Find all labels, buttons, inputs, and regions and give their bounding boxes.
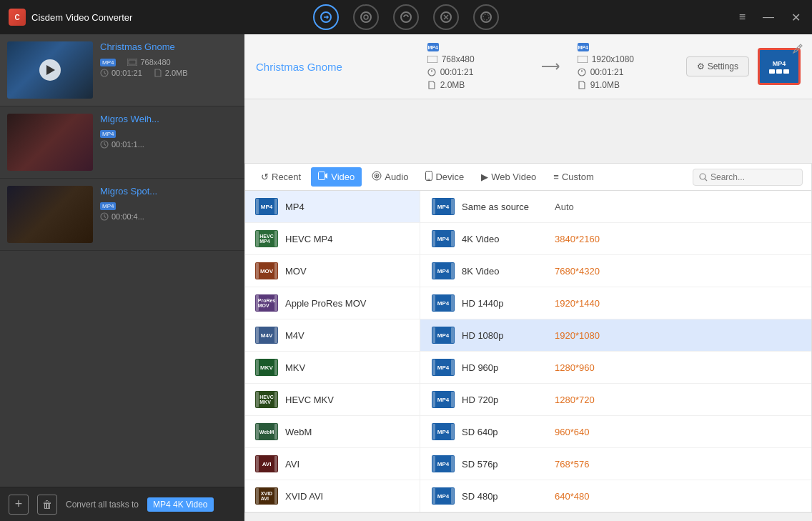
video-card: Christmas Gnome MP4 768x480 00:01:21 2.0… xyxy=(244,34,812,99)
format-item-mov[interactable]: MOV MOV xyxy=(245,255,420,287)
mp4-icon: MP4 xyxy=(255,198,278,215)
format-badge[interactable]: MP4 4K Video xyxy=(147,497,214,512)
nav-icon-5[interactable] xyxy=(473,4,499,30)
video-title: Christmas Gnome xyxy=(100,41,237,52)
format-item-prores[interactable]: ProResMOV Apple ProRes MOV xyxy=(245,287,420,319)
format-item-mkv[interactable]: MKV MKV xyxy=(245,352,420,384)
src-duration: 00:00:4... xyxy=(100,212,144,221)
video-thumbnail[interactable] xyxy=(7,114,93,171)
src-resolution-row: 768x480 xyxy=(427,54,528,64)
format-item-webm[interactable]: WebM WebM xyxy=(245,416,420,448)
nav-convert-icon[interactable] xyxy=(313,4,339,30)
svg-rect-28 xyxy=(319,172,325,180)
play-button[interactable] xyxy=(39,59,61,81)
tab-webvideo[interactable]: ▶ Web Video xyxy=(474,167,543,187)
add-file-button[interactable]: + xyxy=(9,495,29,515)
resolution-value: 960*640 xyxy=(555,427,589,437)
webvideo-icon: ▶ xyxy=(481,172,488,182)
res-mp4-icon: MP4 xyxy=(432,262,455,279)
video-info: Migros Weih... MP4 00:01:1... xyxy=(100,114,237,171)
video-thumbnail[interactable] xyxy=(7,186,93,243)
format-item-avi[interactable]: AVI AVI xyxy=(245,448,420,480)
tab-device[interactable]: Device xyxy=(418,167,471,187)
edit-icon[interactable] xyxy=(792,43,803,56)
nav-icon-4[interactable] xyxy=(433,4,459,30)
webm-icon: WebM xyxy=(255,423,278,440)
minimize-button[interactable]: — xyxy=(760,8,777,26)
resolution-hd1080[interactable]: MP4 HD 1080p 1920*1080 xyxy=(420,319,811,352)
video-info: Christmas Gnome MP4 MP4 768x480 xyxy=(100,41,237,99)
src-size-row: 2.0MB xyxy=(427,80,528,90)
src-size: 2.0MB xyxy=(154,69,188,77)
svg-point-2 xyxy=(364,15,368,19)
tab-custom-label: Custom xyxy=(562,172,594,182)
resolution-name: HD 1080p xyxy=(462,330,548,341)
mkv-icon: MKV xyxy=(255,359,278,376)
video-title: Migros Weih... xyxy=(100,114,237,124)
tab-video[interactable]: Video xyxy=(311,167,362,187)
svg-point-34 xyxy=(700,174,705,179)
resolution-name: SD 480p xyxy=(462,491,548,502)
svg-line-14 xyxy=(104,144,106,146)
format-type-list: MP4 MP4 HEVCMP4 HEVC MP4 MOV MOV ProResM… xyxy=(245,191,420,512)
resolution-value: 7680*4320 xyxy=(555,266,600,277)
search-box xyxy=(693,169,803,186)
nav-icon-3[interactable] xyxy=(393,4,419,30)
video-title: Migros Spot... xyxy=(100,186,237,197)
resolution-4k[interactable]: MP4 4K Video 3840*2160 xyxy=(420,223,811,255)
resolution-value: 640*480 xyxy=(555,491,589,502)
resolution-hd1440[interactable]: MP4 HD 1440p 1920*1440 xyxy=(420,287,811,319)
src-duration: 00:01:1... xyxy=(100,140,144,149)
xvid-icon: XVIDAVI xyxy=(255,487,278,505)
tab-device-label: Device xyxy=(435,172,464,182)
tab-audio[interactable]: Audio xyxy=(365,167,415,187)
dst-format-row: MP4 xyxy=(578,43,678,51)
format-item-hevc-mkv[interactable]: HEVCMKV HEVC MKV xyxy=(245,384,420,416)
format-item-mp4[interactable]: MP4 MP4 xyxy=(245,191,420,223)
prores-icon: ProResMOV xyxy=(255,294,278,312)
tab-bar: ↺ Recent Video Audio xyxy=(245,164,811,191)
search-input[interactable] xyxy=(710,172,796,182)
resolution-name: Same as source xyxy=(462,202,548,212)
svg-rect-31 xyxy=(376,175,378,177)
format-item-xvid[interactable]: XVIDAVI XVID AVI xyxy=(245,480,420,512)
resolution-sd576[interactable]: MP4 SD 576p 768*576 xyxy=(420,448,811,480)
resolution-8k[interactable]: MP4 8K Video 7680*4320 xyxy=(420,255,811,287)
tab-custom[interactable]: ≡ Custom xyxy=(546,167,600,187)
right-panel: Christmas Gnome MP4 768x480 00:01:21 2.0… xyxy=(244,34,812,521)
resolution-same-as-source[interactable]: MP4 Same as source Auto xyxy=(420,191,811,223)
src-format-icon: MP4 xyxy=(427,43,439,51)
dst-resolution-row: 1920x1080 xyxy=(578,54,678,64)
delete-file-button[interactable]: 🗑 xyxy=(37,495,57,515)
m4v-icon: M4V xyxy=(255,327,278,344)
meta-row-time: 00:00:4... xyxy=(100,212,237,221)
card-title: Christmas Gnome xyxy=(256,61,419,73)
format-item-hevc-mp4[interactable]: HEVCMP4 HEVC MP4 xyxy=(245,223,420,255)
resolution-name: HD 720p xyxy=(462,395,548,405)
src-resolution: 768x480 xyxy=(442,54,475,64)
src-duration: 00:01:21 xyxy=(100,69,142,77)
resolution-sd640[interactable]: MP4 SD 640p 960*640 xyxy=(420,416,811,448)
dest-info: MP4 1920x1080 00:01:21 91.0MB xyxy=(578,43,678,90)
tab-webvideo-label: Web Video xyxy=(491,172,536,182)
resolution-sd480[interactable]: MP4 SD 480p 640*480 xyxy=(420,480,811,512)
video-thumbnail[interactable] xyxy=(7,41,93,99)
src-size: 2.0MB xyxy=(440,80,465,90)
dst-size: 91.0MB xyxy=(590,80,620,90)
resolution-hd960[interactable]: MP4 HD 960p 1280*960 xyxy=(420,352,811,384)
resolution-list: MP4 Same as source Auto MP4 4K Video 384… xyxy=(420,191,811,512)
resolution-hd720[interactable]: MP4 HD 720p 1280*720 xyxy=(420,384,811,416)
window-controls: ≡ — ✕ xyxy=(736,8,803,27)
nav-icon-2[interactable] xyxy=(353,4,379,30)
settings-button[interactable]: ⚙ ⚙ Settings xyxy=(686,56,749,76)
svg-line-35 xyxy=(705,179,707,181)
res-mp4-icon: MP4 xyxy=(432,230,455,247)
res-mp4-icon: MP4 xyxy=(432,294,455,312)
close-button[interactable]: ✕ xyxy=(788,8,803,27)
resolution-name: HD 1440p xyxy=(462,298,548,309)
format-item-m4v[interactable]: M4V M4V xyxy=(245,319,420,352)
tab-recent[interactable]: ↺ Recent xyxy=(254,167,308,187)
menu-button[interactable]: ≡ xyxy=(736,8,748,26)
format-label: WebM xyxy=(285,427,312,437)
app-icon: C xyxy=(9,9,26,26)
